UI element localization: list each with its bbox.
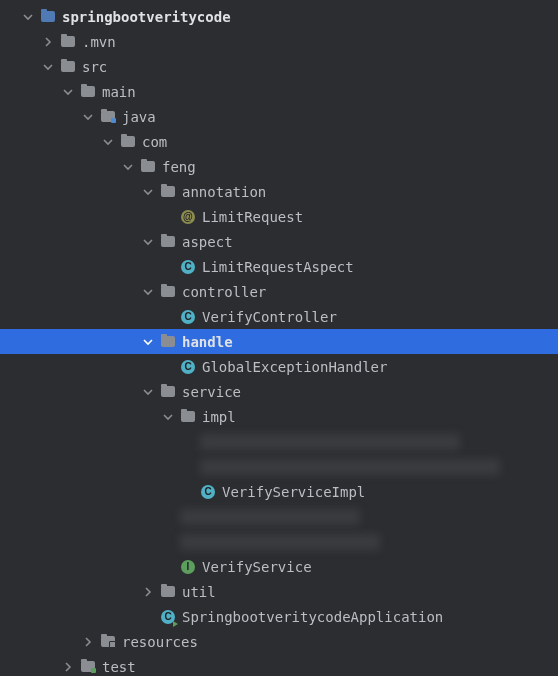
tree-item-label: LimitRequestAspect [202,259,354,275]
tree-item-label: .mvn [82,34,116,50]
chevron-down-icon [140,184,156,200]
tree-item-feng[interactable]: feng [0,154,558,179]
tree-item-project-root[interactable]: springbootveritycode [0,4,558,29]
class-icon: C [180,359,196,375]
redacted-content [180,534,380,550]
package-icon [120,134,136,150]
tree-item-annotation[interactable]: annotation [0,179,558,204]
folder-icon [60,34,76,50]
tree-item-label: aspect [182,234,233,250]
chevron-down-icon [100,134,116,150]
chevron-down-icon [140,234,156,250]
redacted-content [200,459,500,475]
tree-item-label: util [182,584,216,600]
redacted-content [200,434,460,450]
tree-item-global-exception-handler[interactable]: C GlobalExceptionHandler [0,354,558,379]
package-icon [160,184,176,200]
tree-item-verify-service-impl[interactable]: C VerifyServiceImpl [0,479,558,504]
tree-item-java[interactable]: java [0,104,558,129]
tree-item-label: SpringbootveritycodeApplication [182,609,443,625]
chevron-down-icon [140,384,156,400]
tree-item-test[interactable]: test [0,654,558,676]
tree-item-label: controller [182,284,266,300]
tree-item-service[interactable]: service [0,379,558,404]
chevron-right-icon [140,584,156,600]
tree-item-redacted[interactable] [0,454,558,479]
redacted-content [180,509,360,525]
tree-item-label: VerifyController [202,309,337,325]
chevron-down-icon [160,409,176,425]
folder-resources-icon [100,634,116,650]
tree-item-mvn[interactable]: .mvn [0,29,558,54]
chevron-down-icon [80,109,96,125]
folder-test-icon [80,659,96,675]
tree-item-limit-request[interactable]: @ LimitRequest [0,204,558,229]
package-icon [160,584,176,600]
tree-item-label: LimitRequest [202,209,303,225]
tree-item-redacted[interactable] [0,429,558,454]
tree-item-label: VerifyServiceImpl [222,484,365,500]
tree-item-application[interactable]: C SpringbootveritycodeApplication [0,604,558,629]
package-icon [160,384,176,400]
tree-item-label: GlobalExceptionHandler [202,359,387,375]
package-icon [160,234,176,250]
tree-item-resources[interactable]: resources [0,629,558,654]
package-icon [180,409,196,425]
tree-item-label: feng [162,159,196,175]
folder-icon [80,84,96,100]
tree-item-label: service [182,384,241,400]
interface-icon: I [180,559,196,575]
tree-item-redacted[interactable] [0,504,558,529]
chevron-right-icon [60,659,76,675]
chevron-down-icon [40,59,56,75]
chevron-down-icon [120,159,136,175]
folder-module-icon [40,9,56,25]
chevron-right-icon [80,634,96,650]
tree-item-aspect[interactable]: aspect [0,229,558,254]
tree-item-verify-controller[interactable]: C VerifyController [0,304,558,329]
tree-item-src[interactable]: src [0,54,558,79]
tree-item-com[interactable]: com [0,129,558,154]
tree-item-label: VerifyService [202,559,312,575]
class-icon: C [180,309,196,325]
chevron-down-icon [60,84,76,100]
tree-item-label: com [142,134,167,150]
class-runnable-icon: C [160,609,176,625]
class-icon: C [180,259,196,275]
tree-item-controller[interactable]: controller [0,279,558,304]
tree-item-label: annotation [182,184,266,200]
tree-item-util[interactable]: util [0,579,558,604]
tree-item-label: resources [122,634,198,650]
tree-item-limit-request-aspect[interactable]: C LimitRequestAspect [0,254,558,279]
tree-item-label: impl [202,409,236,425]
folder-source-icon [100,109,116,125]
tree-item-main[interactable]: main [0,79,558,104]
tree-item-impl[interactable]: impl [0,404,558,429]
tree-item-verify-service[interactable]: I VerifyService [0,554,558,579]
package-icon [160,334,176,350]
tree-item-handle[interactable]: handle [0,329,558,354]
tree-item-label: main [102,84,136,100]
tree-item-label: test [102,659,136,675]
folder-icon [60,59,76,75]
tree-item-label: handle [182,334,233,350]
chevron-down-icon [140,334,156,350]
chevron-right-icon [40,34,56,50]
class-icon: C [200,484,216,500]
package-icon [140,159,156,175]
annotation-icon: @ [180,209,196,225]
tree-item-label: src [82,59,107,75]
chevron-down-icon [20,9,36,25]
chevron-down-icon [140,284,156,300]
tree-item-label: java [122,109,156,125]
package-icon [160,284,176,300]
tree-item-redacted[interactable] [0,529,558,554]
tree-item-label: springbootveritycode [62,9,231,25]
